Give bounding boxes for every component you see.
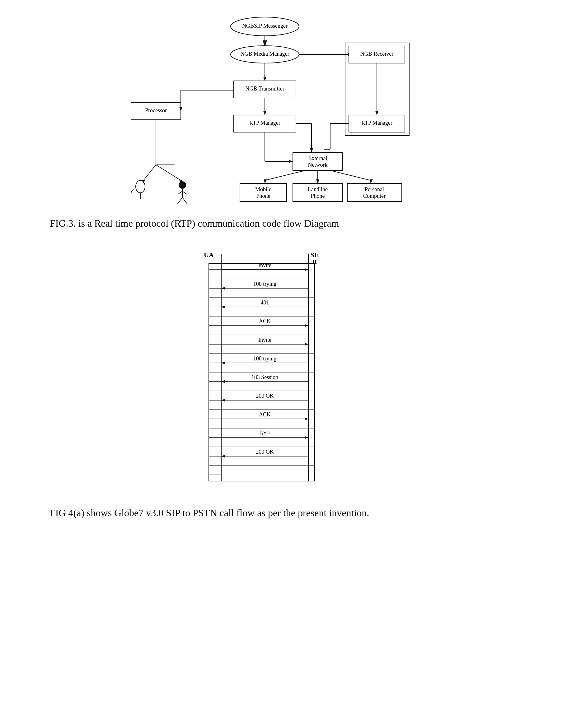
msg-100trying-2: 100 trying [253,355,276,362]
svg-point-44 [179,181,186,189]
svg-marker-67 [289,160,293,163]
svg-text:Computer: Computer [363,193,386,199]
svg-line-39 [156,165,181,180]
svg-text:RTP Manager: RTP Manager [249,120,280,126]
svg-line-37 [143,165,156,180]
svg-text:NGBSIP Messenger: NGBSIP Messenger [242,23,288,29]
svg-text:Network: Network [308,162,328,168]
svg-marker-14 [263,111,266,115]
svg-marker-6 [263,77,266,81]
msg-invite-2: Invite [258,337,271,343]
svg-marker-51 [264,179,267,183]
msg-ack-2: ACK [259,411,271,418]
msg-ack-1: ACK [259,318,271,324]
svg-marker-53 [316,179,319,183]
svg-line-48 [178,191,182,194]
svg-line-49 [182,191,187,194]
msg-200ok-2: 200 OK [256,449,274,455]
svg-text:NGB Media Manager: NGB Media Manager [240,51,290,57]
fig4a-caption: FIG 4(a) shows Globe7 v3.0 SIP to PSTN c… [50,507,517,519]
msg-183session: 183 Session [251,374,278,380]
svg-line-50 [265,170,305,180]
fig3-caption: FIG.3. is a Real time protocol (RTP) com… [50,218,517,229]
svg-text:NGB Receiver: NGB Receiver [360,51,393,57]
svg-line-54 [330,170,371,180]
msg-200ok-1: 200 OK [256,393,274,399]
svg-text:Personal: Personal [365,186,384,192]
svg-text:NGB Transmitter: NGB Transmitter [245,86,285,92]
fig3-diagram-section: .box { fill: white; stroke: #111; stroke… [25,12,542,205]
svg-marker-28 [310,148,313,152]
block-diagram-svg: .box { fill: white; stroke: #111; stroke… [112,12,455,205]
msg-401: 401 [261,299,269,306]
sequence-diagram-section: .seq-lbl { font-family: 'Times New Roman… [190,245,377,489]
sequence-diagram-svg: .seq-lbl { font-family: 'Times New Roman… [190,245,346,487]
svg-text:RTP Manager: RTP Manager [361,120,393,126]
msg-100trying-1: 100 trying [253,281,276,287]
ua-label: UA [204,251,214,259]
svg-line-47 [182,197,187,204]
svg-text:External: External [309,155,328,161]
svg-point-41 [136,180,145,193]
svg-text:Phone: Phone [256,193,270,199]
svg-line-46 [178,197,182,204]
svg-marker-16 [375,111,379,115]
svg-text:Phone: Phone [311,193,325,199]
msg-bye: BYE [259,430,270,436]
diagram-container: .box { fill: white; stroke: #111; stroke… [112,12,455,205]
svg-text:Mobile: Mobile [255,186,271,192]
svg-text:Processor: Processor [145,107,167,114]
svg-text:Landline: Landline [308,186,328,192]
svg-marker-55 [370,179,373,183]
